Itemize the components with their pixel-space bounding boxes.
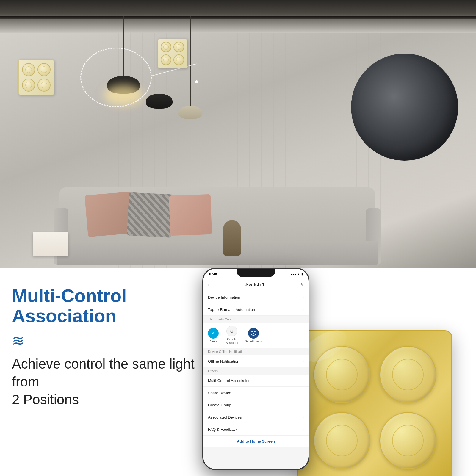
wall-switch-left	[18, 60, 54, 95]
menu-item-device-info[interactable]: Device Information ›	[203, 291, 309, 303]
smartthings-service[interactable]: SmartThings	[245, 328, 262, 343]
phone-back-button[interactable]: ‹	[208, 281, 210, 288]
menu-label-offline: Offline Notification	[208, 359, 239, 364]
chevron-right-icon-7: ›	[302, 415, 304, 419]
info-description: Achieve control the same light from2 Pos…	[12, 355, 220, 408]
menu-item-create-group[interactable]: Create Group ›	[203, 399, 309, 411]
battery-icon: ▮	[301, 273, 303, 276]
gold-btn-bottom-left[interactable]	[313, 412, 370, 469]
google-assistant-service[interactable]: G GoogleAssistant	[226, 326, 238, 345]
ceiling-track	[0, 16, 476, 19]
switch-btn-tl	[22, 63, 35, 76]
chevron-right-icon-6: ›	[302, 403, 304, 407]
smartthings-icon	[248, 328, 259, 339]
chevron-right-icon: ›	[302, 295, 304, 300]
switch-btn-br	[37, 79, 51, 92]
switch-btn-bl2	[161, 54, 171, 65]
sofa-pillow-2	[127, 192, 173, 238]
menu-label-multicontrol: Multi-Control Association	[208, 378, 250, 383]
google-label: GoogleAssistant	[226, 338, 238, 345]
signal-icon: ●●●	[291, 273, 296, 276]
phone-notch	[237, 269, 275, 277]
phone-time: 10:48	[209, 272, 217, 276]
sofa-pillow-3	[169, 194, 212, 236]
alexa-service[interactable]: A Alexa	[208, 328, 219, 343]
wave-icon: ≋	[12, 332, 220, 349]
phone-app-header: ‹ Switch 1 ✎	[203, 279, 309, 291]
info-section: Multi-Control Association ≋ Achieve cont…	[0, 268, 476, 476]
switch-btn-tr	[37, 63, 51, 76]
sofa-seat	[57, 241, 378, 265]
phone-edit-button[interactable]: ✎	[300, 282, 304, 287]
gold-btn-top-right[interactable]	[379, 346, 436, 403]
switch-btn-br2	[173, 54, 184, 65]
chevron-right-icon-3: ›	[302, 359, 304, 364]
menu-item-faq[interactable]: FAQ & Feedback ›	[203, 423, 309, 436]
gold-btn-top-left[interactable]	[313, 346, 370, 403]
menu-label-faq: FAQ & Feedback	[208, 427, 237, 432]
menu-label-add-home: Add to Home Screen	[237, 439, 275, 444]
menu-label-tap-run: Tap-to-Run and Automation	[208, 307, 255, 312]
phone-indicators: ●●● ▲ ▮	[291, 273, 303, 276]
switch-btn-tr2	[173, 42, 184, 52]
menu-item-tap-run[interactable]: Tap-to-Run and Automation ›	[203, 303, 309, 316]
menu-label-share: Share Device	[208, 391, 231, 395]
third-party-controls: A Alexa G GoogleAssistant SmartThings	[203, 323, 309, 348]
menu-label-create-group: Create Group	[208, 403, 231, 407]
svg-point-1	[253, 333, 254, 334]
smartthings-label: SmartThings	[245, 340, 262, 343]
menu-label-associated: Associated Devices	[208, 415, 242, 419]
wifi-icon: ▲	[297, 273, 300, 276]
chevron-right-icon-5: ›	[302, 390, 304, 395]
info-title: Multi-Control Association	[12, 286, 220, 326]
phone-mockup: 10:48 ●●● ▲ ▮ ‹ Switch 1 ✎ Device Inform…	[202, 268, 309, 470]
phone-device-title: Switch 1	[245, 282, 265, 287]
gold-switch-panel	[298, 330, 452, 476]
menu-label-device-info: Device Information	[208, 295, 240, 300]
alexa-icon: A	[208, 328, 219, 339]
section-label-others: Others	[203, 367, 309, 375]
room-background	[0, 0, 476, 283]
menu-item-share[interactable]: Share Device ›	[203, 387, 309, 399]
wall-circle-art	[351, 54, 458, 161]
section-label-offline: Device Offline Notification	[203, 348, 309, 355]
section-label-third-party: Third-party Control	[203, 316, 309, 323]
chevron-right-icon-4: ›	[302, 378, 304, 383]
menu-item-multicontrol[interactable]: Multi-Control Association ›	[203, 375, 309, 387]
phone-screen: 10:48 ●●● ▲ ▮ ‹ Switch 1 ✎ Device Inform…	[203, 269, 309, 469]
wall-switch-right	[158, 39, 187, 68]
phone-body: 10:48 ●●● ▲ ▮ ‹ Switch 1 ✎ Device Inform…	[202, 268, 309, 470]
side-table	[33, 232, 68, 256]
google-icon: G	[226, 326, 237, 336]
decorative-vase	[223, 220, 241, 256]
menu-item-offline-notif[interactable]: Offline Notification ›	[203, 355, 309, 367]
alexa-label: Alexa	[209, 340, 217, 343]
annotation-circle	[80, 48, 152, 107]
menu-item-add-home[interactable]: Add to Home Screen	[203, 436, 309, 447]
switch-btn-tl2	[161, 42, 171, 52]
switch-btn-bl	[22, 79, 35, 92]
chevron-right-icon-8: ›	[302, 427, 304, 432]
menu-item-associated[interactable]: Associated Devices ›	[203, 411, 309, 423]
gold-btn-bottom-right[interactable]	[379, 412, 436, 469]
info-left-column: Multi-Control Association ≋ Achieve cont…	[12, 286, 220, 409]
chevron-right-icon-2: ›	[302, 307, 304, 312]
annotation-dot	[195, 80, 198, 83]
